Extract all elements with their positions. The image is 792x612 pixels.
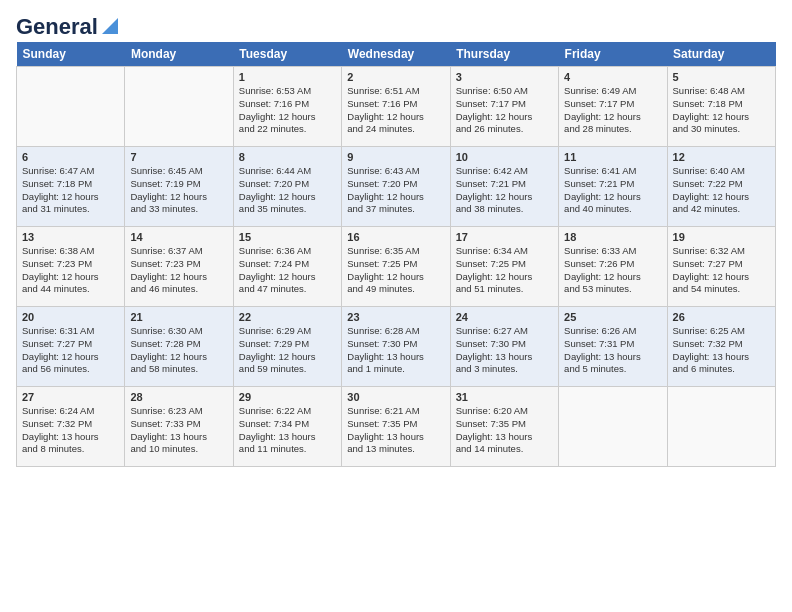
day-number: 9	[347, 151, 444, 163]
day-number: 24	[456, 311, 553, 323]
calendar-day-cell: 6Sunrise: 6:47 AM Sunset: 7:18 PM Daylig…	[17, 147, 125, 227]
calendar-container: General SundayMondayTuesdayWednesdayThur…	[0, 0, 792, 475]
day-number: 8	[239, 151, 336, 163]
svg-marker-0	[102, 18, 118, 34]
day-info: Sunrise: 6:42 AM Sunset: 7:21 PM Dayligh…	[456, 165, 553, 216]
day-info: Sunrise: 6:51 AM Sunset: 7:16 PM Dayligh…	[347, 85, 444, 136]
day-info: Sunrise: 6:27 AM Sunset: 7:30 PM Dayligh…	[456, 325, 553, 376]
day-of-week-header: Tuesday	[233, 42, 341, 67]
calendar-day-cell: 8Sunrise: 6:44 AM Sunset: 7:20 PM Daylig…	[233, 147, 341, 227]
calendar-day-cell: 5Sunrise: 6:48 AM Sunset: 7:18 PM Daylig…	[667, 67, 775, 147]
day-number: 23	[347, 311, 444, 323]
calendar-week-row: 1Sunrise: 6:53 AM Sunset: 7:16 PM Daylig…	[17, 67, 776, 147]
calendar-day-cell: 14Sunrise: 6:37 AM Sunset: 7:23 PM Dayli…	[125, 227, 233, 307]
day-of-week-header: Thursday	[450, 42, 558, 67]
day-info: Sunrise: 6:36 AM Sunset: 7:24 PM Dayligh…	[239, 245, 336, 296]
day-number: 27	[22, 391, 119, 403]
day-info: Sunrise: 6:32 AM Sunset: 7:27 PM Dayligh…	[673, 245, 770, 296]
day-number: 26	[673, 311, 770, 323]
day-info: Sunrise: 6:20 AM Sunset: 7:35 PM Dayligh…	[456, 405, 553, 456]
day-number: 31	[456, 391, 553, 403]
calendar-day-cell: 7Sunrise: 6:45 AM Sunset: 7:19 PM Daylig…	[125, 147, 233, 227]
calendar-day-cell	[17, 67, 125, 147]
calendar-day-cell: 19Sunrise: 6:32 AM Sunset: 7:27 PM Dayli…	[667, 227, 775, 307]
calendar-day-cell: 18Sunrise: 6:33 AM Sunset: 7:26 PM Dayli…	[559, 227, 667, 307]
day-info: Sunrise: 6:48 AM Sunset: 7:18 PM Dayligh…	[673, 85, 770, 136]
day-number: 11	[564, 151, 661, 163]
calendar-day-cell: 22Sunrise: 6:29 AM Sunset: 7:29 PM Dayli…	[233, 307, 341, 387]
day-info: Sunrise: 6:22 AM Sunset: 7:34 PM Dayligh…	[239, 405, 336, 456]
calendar-day-cell: 10Sunrise: 6:42 AM Sunset: 7:21 PM Dayli…	[450, 147, 558, 227]
day-number: 19	[673, 231, 770, 243]
calendar-week-row: 27Sunrise: 6:24 AM Sunset: 7:32 PM Dayli…	[17, 387, 776, 467]
day-info: Sunrise: 6:38 AM Sunset: 7:23 PM Dayligh…	[22, 245, 119, 296]
day-number: 1	[239, 71, 336, 83]
day-number: 21	[130, 311, 227, 323]
calendar-day-cell: 1Sunrise: 6:53 AM Sunset: 7:16 PM Daylig…	[233, 67, 341, 147]
day-info: Sunrise: 6:41 AM Sunset: 7:21 PM Dayligh…	[564, 165, 661, 216]
calendar-day-cell: 29Sunrise: 6:22 AM Sunset: 7:34 PM Dayli…	[233, 387, 341, 467]
day-info: Sunrise: 6:50 AM Sunset: 7:17 PM Dayligh…	[456, 85, 553, 136]
day-info: Sunrise: 6:24 AM Sunset: 7:32 PM Dayligh…	[22, 405, 119, 456]
day-of-week-header: Wednesday	[342, 42, 450, 67]
calendar-day-cell	[559, 387, 667, 467]
day-info: Sunrise: 6:34 AM Sunset: 7:25 PM Dayligh…	[456, 245, 553, 296]
calendar-day-cell: 20Sunrise: 6:31 AM Sunset: 7:27 PM Dayli…	[17, 307, 125, 387]
day-info: Sunrise: 6:53 AM Sunset: 7:16 PM Dayligh…	[239, 85, 336, 136]
calendar-day-cell: 2Sunrise: 6:51 AM Sunset: 7:16 PM Daylig…	[342, 67, 450, 147]
logo-text: General	[16, 16, 98, 38]
calendar-day-cell: 23Sunrise: 6:28 AM Sunset: 7:30 PM Dayli…	[342, 307, 450, 387]
calendar-day-cell: 12Sunrise: 6:40 AM Sunset: 7:22 PM Dayli…	[667, 147, 775, 227]
day-of-week-header: Sunday	[17, 42, 125, 67]
day-info: Sunrise: 6:35 AM Sunset: 7:25 PM Dayligh…	[347, 245, 444, 296]
day-number: 4	[564, 71, 661, 83]
day-info: Sunrise: 6:43 AM Sunset: 7:20 PM Dayligh…	[347, 165, 444, 216]
day-of-week-header: Saturday	[667, 42, 775, 67]
days-header-row: SundayMondayTuesdayWednesdayThursdayFrid…	[17, 42, 776, 67]
day-number: 17	[456, 231, 553, 243]
calendar-day-cell: 21Sunrise: 6:30 AM Sunset: 7:28 PM Dayli…	[125, 307, 233, 387]
calendar-week-row: 13Sunrise: 6:38 AM Sunset: 7:23 PM Dayli…	[17, 227, 776, 307]
day-info: Sunrise: 6:44 AM Sunset: 7:20 PM Dayligh…	[239, 165, 336, 216]
calendar-day-cell: 4Sunrise: 6:49 AM Sunset: 7:17 PM Daylig…	[559, 67, 667, 147]
day-info: Sunrise: 6:30 AM Sunset: 7:28 PM Dayligh…	[130, 325, 227, 376]
day-info: Sunrise: 6:33 AM Sunset: 7:26 PM Dayligh…	[564, 245, 661, 296]
logo-triangle-icon	[100, 16, 120, 36]
calendar-day-cell: 25Sunrise: 6:26 AM Sunset: 7:31 PM Dayli…	[559, 307, 667, 387]
day-info: Sunrise: 6:26 AM Sunset: 7:31 PM Dayligh…	[564, 325, 661, 376]
calendar-day-cell: 28Sunrise: 6:23 AM Sunset: 7:33 PM Dayli…	[125, 387, 233, 467]
day-info: Sunrise: 6:47 AM Sunset: 7:18 PM Dayligh…	[22, 165, 119, 216]
day-number: 20	[22, 311, 119, 323]
day-number: 28	[130, 391, 227, 403]
day-info: Sunrise: 6:37 AM Sunset: 7:23 PM Dayligh…	[130, 245, 227, 296]
day-number: 3	[456, 71, 553, 83]
day-number: 16	[347, 231, 444, 243]
day-of-week-header: Monday	[125, 42, 233, 67]
calendar-table: SundayMondayTuesdayWednesdayThursdayFrid…	[16, 42, 776, 467]
calendar-day-cell: 9Sunrise: 6:43 AM Sunset: 7:20 PM Daylig…	[342, 147, 450, 227]
calendar-day-cell: 30Sunrise: 6:21 AM Sunset: 7:35 PM Dayli…	[342, 387, 450, 467]
day-of-week-header: Friday	[559, 42, 667, 67]
day-number: 25	[564, 311, 661, 323]
day-info: Sunrise: 6:31 AM Sunset: 7:27 PM Dayligh…	[22, 325, 119, 376]
day-number: 15	[239, 231, 336, 243]
day-info: Sunrise: 6:29 AM Sunset: 7:29 PM Dayligh…	[239, 325, 336, 376]
day-number: 12	[673, 151, 770, 163]
calendar-week-row: 6Sunrise: 6:47 AM Sunset: 7:18 PM Daylig…	[17, 147, 776, 227]
calendar-day-cell	[125, 67, 233, 147]
day-info: Sunrise: 6:45 AM Sunset: 7:19 PM Dayligh…	[130, 165, 227, 216]
day-number: 5	[673, 71, 770, 83]
day-number: 13	[22, 231, 119, 243]
logo: General	[16, 16, 120, 34]
calendar-day-cell: 16Sunrise: 6:35 AM Sunset: 7:25 PM Dayli…	[342, 227, 450, 307]
day-number: 2	[347, 71, 444, 83]
day-info: Sunrise: 6:23 AM Sunset: 7:33 PM Dayligh…	[130, 405, 227, 456]
calendar-day-cell: 13Sunrise: 6:38 AM Sunset: 7:23 PM Dayli…	[17, 227, 125, 307]
day-info: Sunrise: 6:25 AM Sunset: 7:32 PM Dayligh…	[673, 325, 770, 376]
day-number: 18	[564, 231, 661, 243]
calendar-day-cell: 31Sunrise: 6:20 AM Sunset: 7:35 PM Dayli…	[450, 387, 558, 467]
day-number: 7	[130, 151, 227, 163]
day-number: 14	[130, 231, 227, 243]
day-info: Sunrise: 6:40 AM Sunset: 7:22 PM Dayligh…	[673, 165, 770, 216]
day-number: 6	[22, 151, 119, 163]
